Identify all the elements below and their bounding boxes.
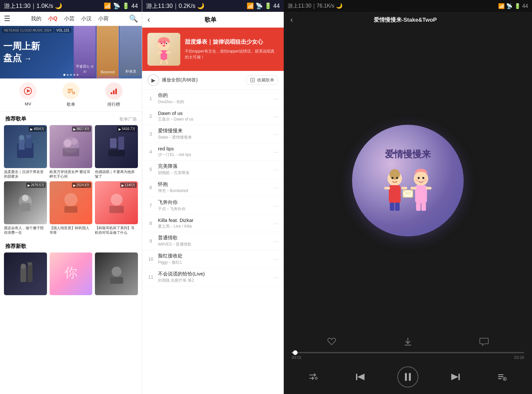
playlist-card-5[interactable]: ▶2524.8万 【国人纯音质】聆听国人华章 xyxy=(50,181,93,235)
svg-rect-65 xyxy=(421,203,426,211)
song-more-5[interactable]: ··· xyxy=(273,166,278,173)
song-item-6[interactable]: 6 怀抱 弹壳－Bombshell ··· xyxy=(142,179,284,197)
svg-rect-3 xyxy=(68,91,73,91)
playlist-section-link[interactable]: 歌单广场 xyxy=(120,116,137,122)
song-title-10: 脸红接收处 xyxy=(158,253,269,259)
svg-rect-8 xyxy=(113,90,115,94)
svg-rect-63 xyxy=(426,187,432,189)
song-more-1[interactable]: ··· xyxy=(273,95,278,102)
playlist-card-1[interactable]: ▶4554万 温柔轰击｜沉溺于男友音的甜蜜乡 xyxy=(4,125,47,179)
song-item-5[interactable]: 5 完美降落 胡期皓－完美降落 ··· xyxy=(142,161,284,179)
svg-rect-19 xyxy=(110,138,117,148)
playlist-count-6: ▶1140万 xyxy=(120,183,137,188)
nav-item-xiaoyun[interactable]: 小芸 xyxy=(64,15,75,22)
prev-button[interactable] xyxy=(351,368,369,386)
play-mode-button[interactable] xyxy=(304,368,323,386)
song-item-8[interactable]: 8 Killa feat. Dizkar 夏之禹－Live / Killa ··… xyxy=(142,215,284,232)
menu-icon[interactable]: ☰ xyxy=(4,14,11,23)
nav-item-xiaoq[interactable]: 小Q xyxy=(48,15,57,22)
progress-times: 00:02 03:16 xyxy=(292,355,524,360)
playlist-button[interactable] xyxy=(493,368,511,386)
playlist-thumb-1: ▶4554万 xyxy=(4,125,47,168)
progress-thumb[interactable] xyxy=(293,350,298,355)
playlist-grid: ▶4554万 温柔轰击｜沉溺于男友音的甜蜜乡 ▶3827.8万 xyxy=(0,125,142,239)
search-icon[interactable]: 🔍 xyxy=(129,14,138,23)
song-item-3[interactable]: 3 爱情慢慢来 Stake－爱情慢慢来 ··· xyxy=(142,125,284,143)
svg-rect-56 xyxy=(395,203,400,211)
song-title-2: Dawn of us xyxy=(158,110,269,116)
svg-rect-73 xyxy=(356,374,357,380)
playlist-card-2[interactable]: ▶3827.8万 欧美万评优质女声·繁绽耳畔乞于心间 xyxy=(50,125,93,179)
svg-rect-62 xyxy=(410,187,416,189)
player-battery-level: 44 xyxy=(522,3,528,9)
song-more-9[interactable]: ··· xyxy=(273,237,278,245)
new-song-3[interactable] xyxy=(95,252,138,296)
song-more-2[interactable]: ··· xyxy=(273,113,278,120)
song-item-1[interactable]: 1 你的 DouDou－你的 ··· xyxy=(142,90,284,108)
playlist-card-6[interactable]: ▶1140万 【杯疑耳机坏了系列】耳机你对耳朵做了什么 xyxy=(95,181,138,235)
song-info-8: Killa feat. Dizkar 夏之禹－Live / Killa xyxy=(158,217,269,229)
svg-rect-28 xyxy=(109,206,124,213)
battery-icon: 🔋 xyxy=(122,2,129,10)
playlist-back-button[interactable]: ‹ xyxy=(147,15,150,24)
song-num-2: 2 xyxy=(147,114,154,119)
like-button[interactable] xyxy=(327,337,337,349)
song-more-10[interactable]: ··· xyxy=(273,255,278,263)
progress-bar-container[interactable] xyxy=(292,352,524,353)
player-back-button[interactable]: ‹ xyxy=(290,15,293,24)
song-item-11[interactable]: 11 不会说谎的恰恰(Live) 刘周路,先斯芒筝,筝2 ··· xyxy=(142,268,284,286)
song-more-6[interactable]: ··· xyxy=(273,184,278,191)
play-pause-button[interactable] xyxy=(397,366,418,387)
download-button[interactable] xyxy=(403,337,413,349)
playlist-card-3[interactable]: ▶5416.7万 伤感说唱｜不要再为他弄皱了 xyxy=(95,125,138,179)
panel-player: 游上11:30｜76.1K/s 🌙 📶 📡 🔋 44 ‹ 爱情慢慢来-Stake… xyxy=(284,0,532,394)
song-more-8[interactable]: ··· xyxy=(273,220,278,227)
song-artist-7: 于贞－飞奔向你 xyxy=(158,206,269,212)
svg-marker-78 xyxy=(451,374,458,380)
song-item-2[interactable]: 2 Dawn of us 王嘉尔－Dawn of us ··· xyxy=(142,108,284,125)
song-info-6: 怀抱 弹壳－Bombshell xyxy=(158,181,269,194)
quick-action-playlist[interactable]: 歌单 xyxy=(50,82,93,107)
playlist-card-4[interactable]: ▶2676.5万 愿还会有人，做个傻子陪你浪费一生 xyxy=(4,181,47,235)
song-item-9[interactable]: 9 普通情歌 W8VES－普通情歌 ··· xyxy=(142,232,284,250)
playlist-desc-3: 伤感说唱｜不要再为他弄皱了 xyxy=(95,169,138,179)
new-song-2[interactable]: 你 xyxy=(50,252,93,296)
nav-item-xiaohe[interactable]: 小荷 xyxy=(98,15,109,22)
svg-rect-30 xyxy=(28,264,33,282)
mv-label: MV xyxy=(25,101,32,106)
collect-button[interactable]: 收藏歌单 xyxy=(246,75,278,85)
next-button[interactable] xyxy=(447,368,465,386)
new-songs-grid: 你 xyxy=(4,252,138,296)
new-song-thumb-2: 你 xyxy=(50,252,93,296)
svg-rect-81 xyxy=(498,378,501,379)
song-more-11[interactable]: ··· xyxy=(273,274,278,281)
svg-point-72 xyxy=(315,377,317,379)
song-more-4[interactable]: ··· xyxy=(273,148,278,156)
song-artist-4: 沙一汀EL－red lips xyxy=(158,152,269,158)
song-more-7[interactable]: ··· xyxy=(273,202,278,209)
new-song-thumb-1 xyxy=(4,252,47,296)
song-num-5: 5 xyxy=(147,167,154,172)
playlist-thumb-2: ▶3827.8万 xyxy=(50,125,93,168)
song-title-9: 普通情歌 xyxy=(158,235,269,241)
song-more-3[interactable]: ··· xyxy=(273,130,278,138)
song-item-4[interactable]: 4 red lips 沙一汀EL－red lips ··· xyxy=(142,143,284,161)
play-all-button[interactable]: ▶ 播放全部(共66首) xyxy=(147,74,198,86)
panel-playlist: 游上11:30｜0.2K/s 🌙 📶 📡 🔋 44 ‹ 歌单 xyxy=(142,0,284,394)
svg-point-51 xyxy=(389,169,400,180)
song-item-7[interactable]: 7 飞奔向你 于贞－飞奔向你 ··· xyxy=(142,197,284,215)
artist-3-label: 朴保龙 xyxy=(125,69,136,74)
song-info-2: Dawn of us 王嘉尔－Dawn of us xyxy=(158,110,269,122)
song-item-10[interactable]: 10 脸红接收处 Piggy－脸红1 ··· xyxy=(142,250,284,268)
nav-item-xiaohan[interactable]: 小汉 xyxy=(81,15,92,22)
new-song-1[interactable] xyxy=(4,252,47,296)
quick-action-chart[interactable]: 排行榜 xyxy=(92,82,135,107)
song-num-1: 1 xyxy=(147,96,154,101)
svg-rect-52 xyxy=(389,185,401,203)
home-status-left: 游上11:30｜1.0K/s 🌙 xyxy=(4,2,62,10)
song-info-10: 脸红接收处 Piggy－脸红1 xyxy=(158,253,269,265)
home-banner[interactable]: 一周上新盘点 → 宇多田ヒカル Beyoncé 朴保龙 NETEASE CLOU… xyxy=(0,26,142,78)
quick-action-mv[interactable]: MV xyxy=(7,82,50,107)
comment-button[interactable] xyxy=(479,337,489,349)
nav-item-mine[interactable]: 我的 xyxy=(31,15,41,22)
